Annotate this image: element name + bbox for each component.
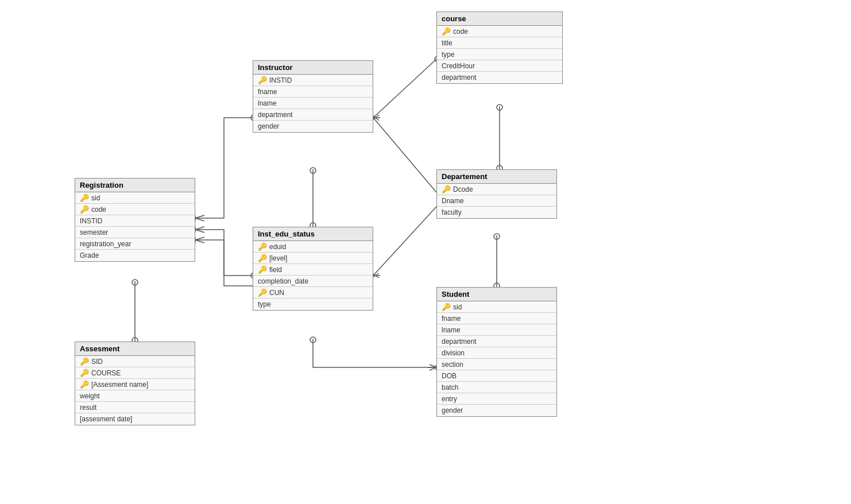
field-name: completion_date [258, 277, 308, 285]
entity-departement-title: Departement [442, 172, 487, 181]
svg-line-10 [195, 218, 204, 221]
svg-line-17 [195, 237, 204, 240]
entity-inst-edu-status-title: Inst_edu_status [258, 230, 315, 238]
svg-point-26 [494, 234, 500, 239]
field-row: DOB [437, 370, 556, 382]
field-row: title [437, 37, 562, 49]
svg-line-14 [195, 230, 204, 232]
field-row: Grade [75, 250, 195, 261]
field-name: type [442, 51, 455, 59]
field-row: 🔑 [level] [253, 253, 373, 264]
field-name: department [442, 73, 477, 82]
field-name: [level] [269, 254, 287, 262]
field-name: code [453, 28, 468, 36]
field-name: SID [91, 358, 103, 366]
key-icon: 🔑 [80, 205, 89, 214]
field-row: registration_year [75, 238, 195, 250]
field-row: 🔑 CUN [253, 287, 373, 298]
field-row: 🔑 code [437, 26, 562, 37]
svg-line-0 [373, 59, 436, 118]
entity-student: Student 🔑 sid fname lname department div… [436, 287, 557, 417]
field-row: 🔑 SID [75, 356, 195, 367]
field-row: department [253, 109, 373, 121]
entity-assesment-fields: 🔑 SID 🔑 COURSE 🔑 [Assesment name] weight… [75, 356, 195, 425]
field-row: department [437, 72, 562, 83]
field-name: title [442, 39, 452, 47]
field-name: code [91, 206, 106, 214]
field-row: completion_date [253, 276, 373, 287]
key-icon: 🔑 [258, 254, 267, 262]
er-diagram-canvas: course 🔑 code title type CreditHour depa… [0, 0, 851, 504]
field-row: gender [437, 405, 556, 416]
field-row: fname [253, 86, 373, 98]
field-row: faculty [437, 207, 556, 218]
field-name: sid [91, 194, 100, 202]
field-row: 🔑 eduid [253, 241, 373, 253]
field-row: type [437, 49, 562, 60]
entity-course-fields: 🔑 code title type CreditHour department [437, 26, 562, 83]
svg-point-20 [310, 168, 316, 173]
field-name: faculty [442, 208, 462, 216]
entity-inst-edu-status: Inst_edu_status 🔑 eduid 🔑 [level] 🔑 fiel… [253, 227, 373, 311]
field-row: entry [437, 393, 556, 405]
entity-student-fields: 🔑 sid fname lname department division se… [437, 301, 556, 416]
field-row: 🔑 field [253, 264, 373, 276]
field-name: Dcode [453, 185, 473, 193]
field-row: batch [437, 382, 556, 393]
svg-line-13 [195, 227, 204, 230]
field-name: COURSE [91, 369, 121, 377]
field-name: INSTID [80, 217, 102, 225]
entity-course: course 🔑 code title type CreditHour depa… [436, 11, 563, 84]
field-row: lname [437, 324, 556, 336]
field-name: lname [442, 326, 461, 334]
field-name: fname [258, 88, 277, 96]
field-name: semester [80, 228, 108, 237]
field-name: gender [258, 122, 279, 130]
key-icon: 🔑 [80, 357, 89, 366]
key-icon: 🔑 [258, 76, 267, 84]
field-name: DOB [442, 372, 457, 380]
field-row: type [253, 298, 373, 310]
entity-assesment-title: Assesment [80, 344, 119, 353]
entity-registration: Registration 🔑 sid 🔑 code INSTID semeste… [75, 178, 195, 262]
field-name: [Assesment name] [91, 381, 148, 389]
field-name: result [80, 404, 96, 412]
field-name: CreditHour [442, 62, 475, 70]
field-row: 🔑 sid [75, 192, 195, 204]
entity-registration-title: Registration [80, 181, 123, 189]
field-name: CUN [269, 289, 284, 297]
entity-course-title: course [442, 14, 466, 23]
field-name: eduid [269, 243, 286, 251]
field-name: [assesment date] [80, 415, 132, 423]
svg-point-29 [132, 280, 138, 285]
field-row: CreditHour [437, 60, 562, 72]
entity-student-header: Student [437, 288, 556, 301]
field-name: batch [442, 383, 458, 391]
field-name: department [258, 111, 293, 119]
svg-point-36 [310, 337, 316, 343]
field-name: section [442, 360, 463, 369]
field-row: semester [75, 227, 195, 238]
field-row: Dname [437, 195, 556, 207]
entity-inst-edu-status-fields: 🔑 eduid 🔑 [level] 🔑 field completion_dat… [253, 241, 373, 310]
entity-registration-header: Registration [75, 179, 195, 192]
field-row: 🔑 INSTID [253, 75, 373, 86]
svg-line-9 [195, 215, 204, 218]
entity-assesment-header: Assesment [75, 342, 195, 356]
field-row: division [437, 347, 556, 359]
key-icon: 🔑 [80, 193, 89, 202]
field-name: type [258, 300, 271, 308]
field-row: [assesment date] [75, 413, 195, 425]
field-name: fname [442, 315, 461, 323]
field-row: 🔑 sid [437, 301, 556, 313]
key-icon: 🔑 [258, 242, 267, 251]
field-name: lname [258, 99, 277, 107]
field-row: fname [437, 313, 556, 324]
entity-departement: Departement 🔑 Dcode Dname faculty [436, 169, 557, 219]
field-name: weight [80, 392, 100, 400]
entity-departement-header: Departement [437, 170, 556, 184]
key-icon: 🔑 [80, 369, 89, 377]
entity-course-header: course [437, 12, 562, 26]
field-row: 🔑 code [75, 204, 195, 215]
svg-line-34 [430, 365, 436, 367]
